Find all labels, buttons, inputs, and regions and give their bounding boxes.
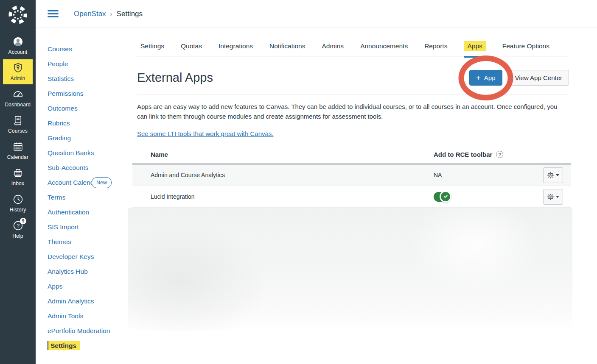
tab-notifications[interactable]: Notifications	[269, 42, 305, 56]
subnav-item-account-calendars[interactable]: Account Calendars New	[48, 178, 118, 187]
sidebar-item-dashboard[interactable]: Dashboard	[0, 86, 36, 111]
sidebar-item-label: Courses	[8, 128, 28, 134]
tab-announcements[interactable]: Announcements	[360, 42, 408, 56]
blurred-table-region	[128, 208, 572, 331]
settings-tabs: Settings Quotas Integrations Notificatio…	[137, 40, 569, 56]
tab-reports[interactable]: Reports	[424, 42, 447, 56]
user-icon	[12, 36, 24, 47]
divider	[137, 94, 569, 95]
help-badge: 9	[20, 218, 26, 224]
table-header: Name Add to RCE toolbar ?	[132, 146, 571, 164]
sidebar-item-label: Admin	[10, 75, 25, 81]
subnav-item-authentication[interactable]: Authentication	[48, 208, 118, 217]
inbox-icon	[12, 167, 24, 179]
subnav-item-statistics[interactable]: Statistics	[48, 75, 118, 83]
rce-help-icon[interactable]: ?	[496, 151, 503, 158]
app-settings-button[interactable]	[543, 189, 563, 205]
subnav-item-sis-import[interactable]: SIS Import	[48, 223, 118, 231]
subnav-item-apps[interactable]: Apps	[48, 282, 118, 291]
rce-value: NA	[434, 172, 538, 178]
sidebar-item-label: History	[10, 207, 26, 213]
subnav-item-themes[interactable]: Themes	[48, 238, 118, 246]
sidebar-item-account[interactable]: Account	[0, 33, 36, 58]
sidebar-item-label: Account	[8, 49, 28, 55]
sidebar-item-label: Dashboard	[5, 102, 31, 108]
tab-admins[interactable]: Admins	[322, 42, 344, 56]
app-name: Admin and Course Analytics	[132, 172, 434, 178]
breadcrumb-account-link[interactable]: OpenStax	[74, 10, 106, 18]
sidebar-item-inbox[interactable]: Inbox	[0, 164, 36, 189]
subnav-item-sub-accounts[interactable]: Sub-Accounts	[48, 164, 118, 172]
app-settings-button[interactable]	[543, 167, 563, 183]
breadcrumb: OpenStax › Settings	[74, 10, 143, 18]
gear-icon	[547, 172, 554, 179]
sidebar-item-history[interactable]: History	[0, 191, 36, 216]
subnav-item-outcomes[interactable]: Outcomes	[48, 104, 118, 113]
breadcrumb-separator: ›	[110, 10, 112, 17]
add-app-button[interactable]: + App	[469, 70, 502, 86]
subnav-item-terms[interactable]: Terms	[48, 193, 118, 202]
subnav-item-admin-analytics[interactable]: Admin Analytics	[48, 297, 118, 306]
table-row: Admin and Course Analytics NA	[132, 164, 571, 186]
chevron-down-icon	[556, 196, 559, 198]
column-header-name: Name	[132, 151, 434, 158]
account-subnav: Courses People Statistics Permissions Ou…	[36, 28, 137, 356]
subnav-item-analytics-hub[interactable]: Analytics Hub	[48, 267, 118, 276]
hamburger-menu-icon[interactable]	[48, 8, 59, 19]
subnav-item-admin-tools[interactable]: Admin Tools	[48, 312, 118, 320]
apps-description: Apps are an easy way to add new features…	[137, 102, 569, 121]
tab-quotas[interactable]: Quotas	[181, 42, 202, 56]
toggle-knob	[440, 191, 451, 203]
tab-feature-options[interactable]: Feature Options	[502, 42, 549, 56]
top-header: OpenStax › Settings	[36, 0, 597, 28]
subnav-item-courses[interactable]: Courses	[48, 45, 118, 53]
calendar-icon	[12, 141, 24, 153]
svg-text:?: ?	[16, 222, 19, 229]
gear-icon	[547, 193, 554, 200]
app-name: Lucid Integration	[132, 193, 434, 200]
subnav-item-question-banks[interactable]: Question Banks	[48, 149, 118, 157]
new-badge: New	[92, 177, 112, 188]
sidebar-item-help[interactable]: ? 9 Help	[0, 217, 36, 242]
gauge-icon	[12, 89, 24, 100]
main-content: Settings Quotas Integrations Notificatio…	[137, 28, 569, 356]
plus-icon: +	[476, 75, 481, 81]
external-apps-table: Name Add to RCE toolbar ? Admin and Cour…	[132, 146, 571, 331]
subnav-item-people[interactable]: People	[48, 60, 118, 68]
sidebar-item-label: Help	[12, 233, 23, 239]
book-icon	[12, 115, 24, 126]
global-nav: Account Admin Dashboard	[0, 0, 36, 364]
page-title: External Apps	[137, 71, 213, 85]
table-row: Lucid Integration	[132, 186, 571, 208]
shield-key-icon	[12, 62, 24, 74]
sidebar-item-label: Inbox	[11, 181, 24, 186]
subnav-item-permissions[interactable]: Permissions	[48, 89, 118, 98]
tab-settings[interactable]: Settings	[140, 42, 164, 56]
tab-integrations[interactable]: Integrations	[219, 42, 253, 56]
chevron-down-icon	[556, 174, 559, 176]
breadcrumb-current: Settings	[117, 10, 143, 18]
subnav-item-developer-keys[interactable]: Developer Keys	[48, 253, 118, 261]
subnav-item-rubrics[interactable]: Rubrics	[48, 119, 118, 128]
column-header-rce: Add to RCE toolbar	[434, 151, 492, 158]
canvas-logo-icon[interactable]	[6, 3, 29, 26]
view-app-center-button[interactable]: View App Center	[508, 70, 569, 86]
subnav-item-settings[interactable]: Settings	[48, 342, 118, 350]
subnav-item-grading[interactable]: Grading	[48, 134, 118, 142]
tab-apps[interactable]: Apps	[464, 42, 485, 56]
clock-icon	[12, 194, 24, 205]
sidebar-item-courses[interactable]: Courses	[0, 112, 36, 137]
sidebar-item-calendar[interactable]: Calendar	[0, 138, 36, 163]
sidebar-item-admin[interactable]: Admin	[3, 59, 33, 84]
subnav-item-eportfolio-moderation[interactable]: ePortfolio Moderation	[48, 327, 118, 335]
lti-tools-link[interactable]: See some LTI tools that work great with …	[137, 130, 274, 137]
sidebar-item-label: Calendar	[7, 154, 28, 160]
rce-toolbar-toggle-on[interactable]	[434, 192, 451, 202]
